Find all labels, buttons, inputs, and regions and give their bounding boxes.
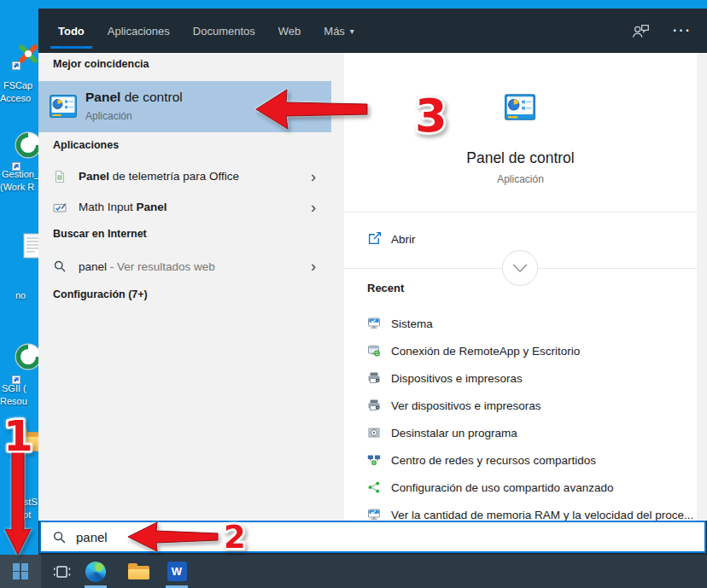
start-button[interactable]: [0, 555, 41, 588]
section-apps: Aplicaciones: [53, 139, 119, 151]
preview-right-margin: [697, 53, 707, 521]
web-suffix: - Ver resultados web: [107, 260, 215, 273]
devices-printers-icon: [367, 371, 381, 385]
tab-documentos[interactable]: Documentos: [193, 9, 255, 53]
recent-item-label: Configuración de uso compartido avanzado: [391, 481, 613, 494]
section-web-search: Buscar en Internet: [53, 228, 147, 240]
search-results-body: Mejor coincidencia Panel de control: [38, 53, 707, 521]
control-panel-icon: [50, 95, 77, 118]
desktop-icon-label: Capt: [11, 509, 31, 520]
result-row-office-telemetry[interactable]: Panel de telemetría para Office ›: [38, 162, 331, 190]
desktop-icon-label: FSCap: [3, 80, 32, 90]
control-panel-icon-large: [505, 94, 535, 120]
result-row-math-input-panel[interactable]: Math Input Panel ›: [38, 193, 331, 221]
windows-logo-icon: [13, 563, 29, 579]
devices-printers-icon: [367, 399, 381, 412]
section-settings: Configuración (7+): [53, 288, 148, 300]
search-icon: [53, 259, 67, 273]
result-label: Math Input Panel: [79, 201, 167, 213]
desktop-icon-label: FastS: [13, 497, 38, 507]
tab-label: Más: [324, 25, 345, 38]
desktop-icon-label: Gestion_: [2, 169, 39, 179]
best-match-title: Panel de control: [85, 90, 183, 105]
recent-item-label: Dispositivos e impresoras: [391, 372, 523, 385]
chevron-right-icon[interactable]: ›: [311, 169, 316, 184]
best-match-result-control-panel[interactable]: Panel de control Aplicación: [38, 81, 331, 132]
search-box[interactable]: [39, 521, 706, 553]
section-best-match: Mejor coincidencia: [53, 58, 149, 70]
result-label: panel - Ver resultados web: [79, 260, 215, 273]
recent-item-label: Ver la cantidad de memoria RAM y la velo…: [391, 509, 693, 521]
word-icon: W: [167, 562, 187, 581]
preview-app-name: Panel de control: [344, 149, 697, 167]
word-letter: W: [172, 565, 182, 578]
tab-mas[interactable]: Más▾: [324, 9, 354, 53]
result-label-bold: Panel: [137, 201, 167, 213]
recent-item-label: Sistema: [391, 317, 433, 330]
desktop: FSCap Acceso Gestion_ (Work R no SGII ( …: [0, 0, 707, 588]
system-icon: [367, 317, 381, 330]
file-explorer-button[interactable]: [124, 555, 153, 588]
result-label-bold: Panel: [79, 170, 109, 183]
open-external-icon: [367, 231, 382, 246]
chevron-right-icon[interactable]: ›: [311, 200, 316, 215]
recent-item-label: Ver dispositivos e impresoras: [391, 399, 541, 412]
shortcut-arrow-icon: [12, 61, 20, 70]
tab-aplicaciones[interactable]: Aplicaciones: [108, 9, 170, 53]
recent-header: Recent: [367, 282, 404, 294]
results-rail: Mejor coincidencia Panel de control: [38, 53, 344, 521]
tab-label: Todo: [58, 25, 85, 38]
tab-label: Aplicaciones: [108, 25, 170, 38]
desktop-icon-label: SGII (: [2, 383, 26, 393]
open-label: Abrir: [391, 233, 416, 246]
uninstall-program-icon: [367, 426, 381, 440]
desktop-icon-label: no: [15, 290, 26, 300]
tab-web[interactable]: Web: [278, 9, 301, 53]
best-match-type: Aplicación: [85, 110, 132, 122]
desktop-icon-label: Resou: [0, 396, 27, 406]
more-options-button[interactable]: ···: [673, 23, 692, 38]
result-label: Panel de telemetría para Office: [79, 170, 239, 183]
divider: [344, 212, 697, 212]
expand-actions-button[interactable]: [502, 250, 538, 286]
caret-down-icon: ▾: [350, 26, 354, 36]
math-input-panel-icon: [53, 201, 67, 214]
tab-todo[interactable]: Todo: [58, 9, 85, 53]
task-view-button[interactable]: [44, 555, 79, 588]
recent-item-sistema[interactable]: Sistema: [344, 310, 697, 337]
system-icon: [367, 508, 381, 521]
recent-item-view-devices-printers[interactable]: Ver dispositivos e impresoras: [344, 392, 697, 419]
taskbar: W: [0, 555, 707, 588]
result-label-rest: de telemetría para Office: [109, 170, 239, 183]
tab-label: Documentos: [193, 25, 255, 38]
best-match-title-bold: Panel: [85, 90, 120, 104]
desktop-icon-label: (Work R: [0, 182, 34, 192]
network-center-icon: [367, 453, 381, 467]
telemetry-document-icon: [53, 170, 67, 183]
recent-item-uninstall-program[interactable]: Desinstalar un programa: [344, 419, 697, 446]
word-button[interactable]: W: [162, 555, 191, 588]
recent-list: Sistema Conexión de RemoteApp y Escritor…: [344, 310, 697, 521]
recent-item-view-ram[interactable]: Ver la cantidad de memoria RAM y la velo…: [344, 501, 697, 521]
file-explorer-icon: [128, 563, 149, 580]
tab-label: Web: [278, 25, 301, 38]
search-icon: [52, 530, 67, 544]
task-view-icon: [52, 562, 71, 581]
recent-item-devices-printers[interactable]: Dispositivos e impresoras: [344, 364, 697, 392]
feedback-button[interactable]: [630, 22, 651, 39]
search-input[interactable]: [76, 530, 332, 544]
result-row-web-panel[interactable]: panel - Ver resultados web ›: [38, 251, 331, 282]
chevron-down-icon: [511, 263, 529, 273]
edge-browser-button[interactable]: [81, 555, 110, 588]
recent-item-advanced-sharing[interactable]: Configuración de uso compartido avanzado: [344, 474, 697, 501]
best-match-title-rest: de control: [120, 90, 182, 104]
chevron-right-icon[interactable]: ›: [311, 259, 316, 274]
person-feedback-icon: [630, 22, 651, 39]
recent-item-network-center[interactable]: Centro de redes y recursos compartidos: [344, 446, 697, 474]
desktop-icon-label: Acceso: [0, 93, 31, 103]
edge-icon: [85, 562, 106, 582]
search-filter-tabs: Todo Aplicaciones Documentos Web Más▾ ··…: [38, 9, 707, 53]
preview-app-type: Aplicación: [344, 173, 697, 185]
recent-item-label: Conexión de RemoteApp y Escritorio: [391, 345, 580, 358]
recent-item-remoteapp[interactable]: Conexión de RemoteApp y Escritorio: [344, 337, 697, 364]
